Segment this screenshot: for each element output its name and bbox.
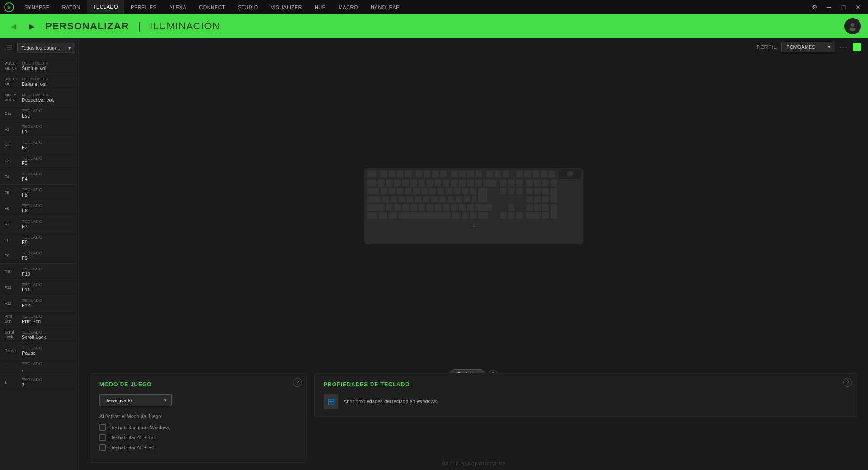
sidebar-item-3[interactable]: EscTECLADOEsc xyxy=(0,106,79,122)
sidebar-item-key: F4 xyxy=(22,176,42,182)
back-button[interactable]: ◀ xyxy=(7,20,20,33)
sidebar-item-short: 1 xyxy=(5,380,18,385)
svg-rect-32 xyxy=(402,179,409,187)
svg-point-3 xyxy=(849,28,856,31)
svg-rect-70 xyxy=(542,188,549,195)
svg-rect-22 xyxy=(524,170,531,178)
sidebar-item-13[interactable]: F10TECLADOF10 xyxy=(0,264,79,280)
nav-item-connect[interactable]: CONNECT xyxy=(193,0,231,14)
nav-item-macro[interactable]: MACRO xyxy=(332,0,364,14)
svg-rect-9 xyxy=(405,170,412,178)
nav-item-studio[interactable]: STUDIO xyxy=(231,0,264,14)
svg-point-2 xyxy=(851,23,854,27)
game-mode-select[interactable]: Desactivado ▾ xyxy=(99,394,172,406)
svg-rect-112 xyxy=(470,212,477,219)
sidebar-item-5[interactable]: F2TECLADOF2 xyxy=(0,137,79,153)
sidebar-item-key: Scroll Lock xyxy=(22,334,46,340)
sidebar-item-20[interactable]: 1TECLADO1 xyxy=(0,375,79,390)
nav-item-alexa[interactable]: ALEXA xyxy=(163,0,193,14)
svg-rect-6 xyxy=(380,170,387,178)
svg-rect-66 xyxy=(508,188,515,195)
nav-item-teclado[interactable]: TECLADO xyxy=(87,0,124,14)
checkbox-row-windows-key: Deshabilitar Tecla Windows xyxy=(99,424,297,431)
svg-rect-85 xyxy=(526,196,533,203)
svg-rect-33 xyxy=(410,179,417,187)
sidebar-item-4[interactable]: F1TECLADOF1 xyxy=(0,122,79,137)
sidebar-menu-button[interactable]: ☰ xyxy=(4,42,14,53)
sidebar-item-10[interactable]: F7TECLADOF7 xyxy=(0,216,79,232)
svg-rect-12 xyxy=(432,170,439,178)
sidebar-item-11[interactable]: F8TECLADOF8 xyxy=(0,232,79,248)
sidebar-item-9[interactable]: F6TECLADOF6 xyxy=(0,201,79,216)
sidebar-item-category: TECLADO xyxy=(22,377,42,382)
svg-rect-15 xyxy=(459,170,466,178)
svg-rect-117 xyxy=(526,212,541,219)
svg-rect-75 xyxy=(398,196,406,203)
title-bar: R SYNAPSERATÓNTECLADOPERFILESALEXACONNEC… xyxy=(0,0,868,14)
svg-rect-36 xyxy=(434,179,442,187)
sidebar-item-7[interactable]: F4TECLADOF4 xyxy=(0,169,79,185)
open-keyboard-props-link[interactable]: Abrir propiedades del teclado en Windows xyxy=(344,399,437,404)
svg-rect-11 xyxy=(424,170,431,178)
svg-rect-67 xyxy=(516,188,523,195)
sidebar-item-key: . xyxy=(22,366,42,371)
svg-rect-47 xyxy=(534,179,541,187)
sidebar-item-key: Bajar el vol. xyxy=(22,81,49,87)
sidebar-item-17[interactable]: Scroll LockTECLADOScroll Lock xyxy=(0,327,79,343)
svg-rect-91 xyxy=(402,204,409,211)
settings-button[interactable]: ⚙ xyxy=(808,1,821,14)
game-mode-help-button[interactable]: ? xyxy=(293,378,302,387)
sidebar-item-category: TECLADO xyxy=(22,346,42,350)
sidebar-item-category: MULTIMEDIA xyxy=(22,93,54,97)
sidebar-item-short: F8 xyxy=(5,238,18,243)
disable-alt-tab-checkbox[interactable] xyxy=(99,434,106,441)
sidebar-item-6[interactable]: F3TECLADOF3 xyxy=(0,153,79,169)
svg-rect-16 xyxy=(467,170,474,178)
nav-item-synapse[interactable]: SYNAPSE xyxy=(18,0,56,14)
sidebar-item-short: . xyxy=(5,364,18,369)
nav-item-perfiles[interactable]: PERFILES xyxy=(124,0,163,14)
content-area: PERFIL PCMGAMES ▾ ··· xyxy=(79,38,868,470)
nav-items: SYNAPSERATÓNTECLADOPERFILESALEXACONNECTS… xyxy=(18,0,808,14)
sidebar-item-8[interactable]: F5TECLADOF5 xyxy=(0,185,79,201)
minimize-button[interactable]: ─ xyxy=(823,1,835,14)
nav-item-visualizer[interactable]: VISUALIZER xyxy=(264,0,308,14)
avatar[interactable] xyxy=(844,18,861,34)
svg-rect-73 xyxy=(382,196,389,203)
disable-windows-key-checkbox[interactable] xyxy=(99,424,106,431)
sidebar-item-key: F7 xyxy=(22,224,42,229)
keyboard-props-help-button[interactable]: ? xyxy=(843,378,852,387)
nav-item-hue[interactable]: HUE xyxy=(308,0,332,14)
sidebar-item-key: F3 xyxy=(22,160,42,166)
sidebar-item-19[interactable]: .TECLADO. xyxy=(0,359,79,375)
checkbox-row-alt-f4: Deshabilitar Alt + F4 xyxy=(99,444,297,451)
app-logo[interactable]: R xyxy=(0,0,18,14)
sidebar-item-0[interactable]: VOLU ME UPMULTIMEDIASubir el vol. xyxy=(0,58,79,74)
sidebar-item-key: Pause xyxy=(22,350,42,356)
svg-rect-29 xyxy=(377,179,385,187)
profile-more-button[interactable]: ··· xyxy=(840,43,848,51)
sidebar-item-16[interactable]: Prnt ScnTECLADOPrnt Scn xyxy=(0,311,79,327)
sidebar-item-2[interactable]: MUTE VOLUMULTIMEDIADesactivar vol. xyxy=(0,90,79,106)
disable-alt-f4-checkbox[interactable] xyxy=(99,444,106,451)
forward-button[interactable]: ▶ xyxy=(25,20,38,33)
nav-item-raton[interactable]: RATÓN xyxy=(56,0,86,14)
maximize-button[interactable]: □ xyxy=(837,1,850,14)
close-button[interactable]: ✕ xyxy=(852,1,864,14)
sidebar-item-category: TECLADO xyxy=(22,124,42,129)
profile-select-dropdown[interactable]: PCMGAMES ▾ xyxy=(781,42,835,52)
sidebar-item-category: TECLADO xyxy=(22,108,42,113)
sidebar-item-15[interactable]: F12TECLADOF12 xyxy=(0,296,79,311)
sidebar-item-short: VOLU ME UP xyxy=(5,61,18,71)
sidebar-item-12[interactable]: F9TECLADOF9 xyxy=(0,248,79,264)
sidebar-item-18[interactable]: PauseTECLADOPause xyxy=(0,343,79,359)
game-mode-value: Desactivado xyxy=(104,398,132,403)
game-mode-description: Al Activar el Modo de Juego: xyxy=(99,414,297,419)
nav-item-nanoleaf[interactable]: NANOLEAF xyxy=(364,0,406,14)
sidebar-filter-dropdown[interactable]: Todos los boton... ▾ xyxy=(17,43,75,53)
sidebar-item-short: Pause xyxy=(5,348,18,353)
disable-alt-tab-label: Deshabilitar Alt + Tab xyxy=(109,435,156,440)
svg-rect-55 xyxy=(413,188,420,195)
sidebar-item-14[interactable]: F11TECLADOF11 xyxy=(0,280,79,296)
sidebar-item-1[interactable]: VOLU MEMULTIMEDIABajar el vol. xyxy=(0,74,79,90)
